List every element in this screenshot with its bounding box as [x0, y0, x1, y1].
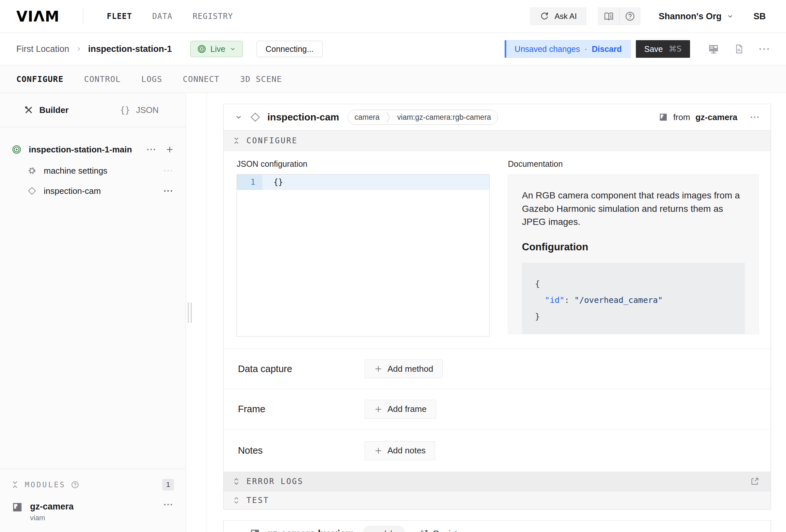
notes-label: Notes: [238, 445, 365, 456]
documentation-panel[interactable]: An RGB camera component that reads image…: [508, 174, 759, 334]
documentation-column: Documentation An RGB camera component th…: [508, 159, 759, 349]
data-capture-section: Data capture Add method: [224, 349, 771, 389]
modules-count-badge: 1: [162, 479, 174, 490]
collapse-icon: [233, 137, 239, 145]
save-label: Save: [644, 44, 663, 54]
sidebar-resize-handle[interactable]: [186, 93, 207, 532]
tab-connect[interactable]: CONNECT: [183, 74, 219, 84]
part-menu-button[interactable]: [145, 146, 157, 153]
chevron-down-icon: [726, 13, 734, 20]
documentation-label: Documentation: [508, 159, 759, 169]
component-card-header: inspection-cam camera viam:gz-camera:rgb…: [224, 104, 771, 130]
collapse-card-button[interactable]: [233, 112, 244, 122]
component-name: inspection-cam: [267, 112, 339, 123]
breadcrumb-machine-name: inspection-station-1: [88, 44, 172, 54]
plus-icon: [374, 405, 383, 414]
plus-icon: [165, 145, 174, 154]
org-switcher[interactable]: Shannon's Org: [659, 11, 734, 22]
add-resource-button[interactable]: [165, 145, 174, 154]
tree-item-label: machine settings: [44, 166, 108, 176]
resource-tree: inspection-station-1-main mac: [0, 127, 186, 201]
connecting-button[interactable]: Connecting...: [257, 41, 322, 57]
tab-control[interactable]: CONTROL: [84, 74, 120, 84]
test-section-header[interactable]: TEST: [224, 491, 771, 509]
live-status-dropdown[interactable]: Live: [190, 41, 243, 57]
modules-header[interactable]: MODULES 1: [12, 479, 174, 490]
breadcrumb-chevron-icon: [76, 46, 82, 52]
doc-code-block: { "id": "/overhead_camera" }: [522, 263, 745, 334]
builder-json-toggle: Builder {} JSON: [0, 93, 186, 127]
from-text: from: [673, 112, 690, 122]
add-notes-button[interactable]: Add notes: [365, 441, 435, 460]
user-avatar[interactable]: SB: [753, 11, 766, 22]
module-menu-button[interactable]: [162, 502, 174, 508]
module-card-title: gz-camera by viam: [267, 528, 354, 532]
line-content: {}: [262, 175, 283, 190]
machine-part-icon: [12, 145, 22, 154]
registry-link[interactable]: Registry: [419, 529, 464, 532]
monitor-icon: [708, 43, 719, 55]
open-logs-button[interactable]: [748, 475, 761, 488]
modules-section: MODULES 1: [0, 469, 186, 532]
component-card-inspection-cam: inspection-cam camera viam:gz-camera:rgb…: [223, 104, 771, 510]
json-mode-button[interactable]: {} JSON: [93, 93, 186, 127]
configure-section-header[interactable]: CONFIGURE: [224, 130, 771, 151]
json-config-editor[interactable]: 1 {}: [237, 174, 490, 337]
viam-app: VIΛM FLEET DATA REGISTRY Ask AI: [0, 0, 786, 532]
chevron-down-icon: [235, 530, 242, 532]
error-logs-section-header[interactable]: ERROR LOGS: [224, 471, 771, 491]
expand-icon: [233, 496, 239, 504]
ellipsis-icon: [164, 503, 173, 506]
breadcrumb-location[interactable]: First Location: [16, 44, 69, 54]
add-method-button[interactable]: Add method: [365, 359, 443, 378]
viam-logo[interactable]: VIΛM: [16, 8, 60, 25]
add-frame-button[interactable]: Add frame: [365, 400, 436, 419]
modules-heading: MODULES: [25, 481, 66, 489]
doc-description: An RGB camera component that reads image…: [522, 189, 745, 229]
drag-handle-icon: [188, 303, 192, 323]
data-capture-label: Data capture: [238, 364, 365, 374]
plus-icon: [374, 365, 383, 373]
frame-label: Frame: [238, 404, 365, 415]
collapse-card-button[interactable]: [233, 528, 244, 532]
tree-item-main-part[interactable]: inspection-station-1-main: [0, 138, 186, 161]
code-value: "/overhead_camera": [574, 295, 663, 305]
resource-menu-button[interactable]: [162, 168, 174, 174]
external-link-icon: [419, 529, 429, 532]
component-menu-button[interactable]: [748, 114, 761, 120]
configure-heading: CONFIGURE: [247, 136, 298, 145]
machine-bar-right: Unsaved changes · Discard Save ⌘S: [505, 40, 770, 58]
nav-divider: [83, 8, 83, 24]
ellipsis-icon: [146, 148, 156, 151]
nav-tab-data[interactable]: DATA: [153, 12, 173, 21]
tree-item-label: inspection-station-1-main: [29, 145, 132, 155]
nav-tab-registry[interactable]: REGISTRY: [192, 12, 233, 21]
tab-3d-scene[interactable]: 3D SCENE: [240, 74, 282, 84]
from-module-label: from gz-camera: [659, 112, 737, 122]
report-document-button[interactable]: [734, 44, 744, 54]
tab-configure[interactable]: CONFIGURE: [16, 74, 63, 84]
modules-help-icon[interactable]: [71, 481, 79, 489]
chevron-down-icon: [235, 113, 242, 121]
save-button[interactable]: Save ⌘S: [636, 40, 690, 58]
module-list-item[interactable]: gz-camera viam: [12, 502, 174, 522]
module-name: gz-camera: [30, 502, 74, 512]
nav-tab-fleet[interactable]: FLEET: [107, 12, 132, 21]
ellipsis-icon: [164, 169, 173, 172]
discard-button[interactable]: Discard: [592, 44, 622, 54]
documentation-button[interactable]: [598, 8, 619, 25]
json-config-label: JSON configuration: [237, 159, 490, 169]
help-button[interactable]: [619, 8, 640, 25]
tab-logs[interactable]: LOGS: [141, 74, 162, 84]
tree-item-inspection-cam[interactable]: inspection-cam: [0, 181, 186, 201]
notes-section: Notes Add notes: [224, 429, 771, 471]
builder-mode-button[interactable]: Builder: [0, 93, 93, 127]
module-icon: [659, 113, 668, 122]
more-options-button[interactable]: [759, 47, 770, 51]
line-number: 1: [237, 175, 262, 190]
ask-ai-button[interactable]: Ask AI: [530, 7, 586, 25]
monitor-view-button[interactable]: [708, 43, 719, 55]
doc-configuration-heading: Configuration: [522, 241, 745, 253]
resource-menu-button[interactable]: [162, 188, 174, 194]
tree-item-machine-settings[interactable]: machine settings: [0, 161, 186, 181]
